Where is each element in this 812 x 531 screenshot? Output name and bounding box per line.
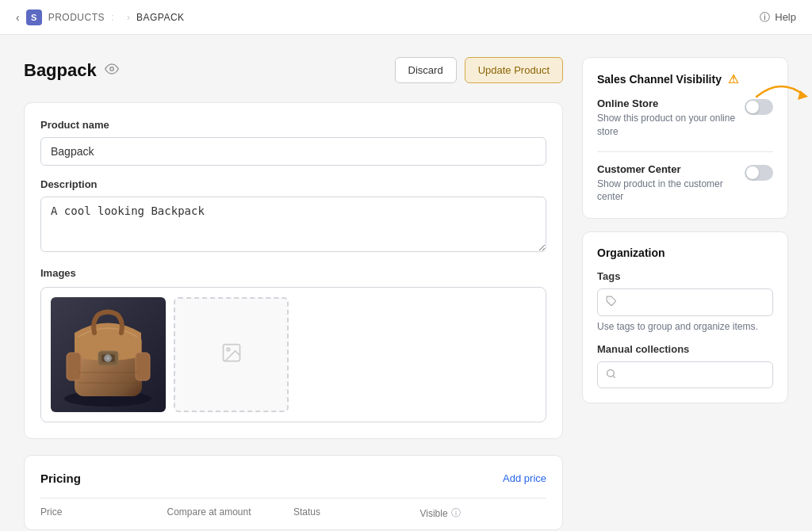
pricing-card: Pricing Add price Price Compare at amoun… — [24, 455, 563, 530]
shopify-icon: S — [26, 10, 42, 25]
images-section: Images — [40, 267, 546, 422]
discard-button[interactable]: Discard — [395, 57, 457, 83]
organization-title: Organization — [597, 246, 773, 259]
product-image-thumbnail[interactable] — [51, 297, 166, 412]
visible-label: Visible — [420, 508, 448, 519]
product-name-field: Product name — [40, 119, 546, 166]
svg-line-17 — [613, 376, 615, 377]
collections-label: Manual collections — [597, 343, 773, 355]
breadcrumb-edit: BAGPACK — [136, 12, 185, 23]
sales-channel-card: Sales Channel Visibility ⚠ Online Store … — [582, 57, 788, 219]
main-layout: Bagpack Discard Update Product Product n… — [0, 35, 812, 531]
customer-center-desc: Show product in the customer center — [597, 178, 738, 204]
col-price: Price — [40, 506, 167, 520]
organization-card: Organization Tags Use tags to group and … — [582, 231, 788, 403]
svg-point-13 — [227, 348, 230, 351]
page-title-area: Bagpack — [24, 60, 119, 81]
tags-help-text: Use tags to group and organize items. — [597, 321, 773, 332]
add-image-button[interactable] — [174, 297, 289, 412]
product-details-card: Product name Description A cool looking … — [24, 102, 563, 439]
images-label: Images — [40, 267, 546, 279]
help-circle-icon: ⓘ — [760, 10, 770, 25]
online-store-name: Online Store — [597, 97, 738, 109]
visible-info-icon[interactable]: ⓘ — [451, 506, 461, 520]
online-store-row: Online Store Show this product on your o… — [597, 97, 773, 139]
channel-divider — [597, 151, 773, 152]
sales-channel-title: Sales Channel Visibility ⚠ — [597, 72, 773, 86]
topbar: ‹ S PRODUCTS : › BAGPACK ⓘ Help — [0, 0, 812, 35]
tag-icon — [606, 296, 617, 309]
pricing-title: Pricing — [40, 472, 81, 485]
customer-center-row: Customer Center Show product in the cust… — [597, 163, 773, 204]
left-column: Bagpack Discard Update Product Product n… — [24, 57, 563, 530]
col-compare: Compare at amount — [167, 506, 294, 520]
sep1: : — [111, 11, 114, 23]
images-container — [40, 287, 546, 422]
right-column: Sales Channel Visibility ⚠ Online Store … — [582, 57, 788, 403]
back-arrow[interactable]: ‹ — [16, 11, 20, 24]
tags-field: Tags Use tags to group and organize item… — [597, 270, 773, 332]
online-store-channel: Online Store Show this product on your o… — [597, 97, 773, 139]
customer-center-channel: Customer Center Show product in the cust… — [597, 163, 773, 204]
col-status: Status — [293, 506, 420, 520]
tags-label: Tags — [597, 270, 773, 282]
breadcrumb-products[interactable]: PRODUCTS — [48, 12, 105, 23]
sales-channel-label: Sales Channel Visibility — [597, 73, 722, 86]
pricing-table-header: Price Compare at amount Status Visible ⓘ — [40, 498, 546, 520]
preview-icon[interactable] — [105, 62, 119, 79]
update-product-button[interactable]: Update Product — [465, 57, 563, 83]
help-link[interactable]: ⓘ Help — [760, 10, 796, 25]
search-icon — [606, 369, 616, 381]
add-price-link[interactable]: Add price — [503, 472, 546, 484]
help-label: Help — [775, 11, 796, 23]
right-column-wrapper: Sales Channel Visibility ⚠ Online Store … — [582, 57, 788, 530]
pricing-header: Pricing Add price — [40, 472, 546, 485]
warning-icon: ⚠ — [728, 72, 738, 86]
description-input[interactable]: A cool looking Backpack — [40, 197, 546, 252]
image-placeholder-icon — [220, 342, 243, 369]
breadcrumb-area: ‹ S PRODUCTS : › BAGPACK — [16, 10, 185, 25]
customer-center-name: Customer Center — [597, 163, 738, 175]
svg-point-7 — [106, 357, 109, 360]
description-label: Description — [40, 178, 546, 190]
description-field: Description A cool looking Backpack — [40, 178, 546, 254]
page-header: Bagpack Discard Update Product — [24, 57, 563, 83]
svg-rect-9 — [136, 353, 150, 380]
col-visible: Visible ⓘ — [420, 506, 547, 520]
product-name-input[interactable] — [40, 137, 546, 166]
online-store-desc: Show this product on your online store — [597, 112, 738, 139]
customer-center-toggle[interactable] — [745, 165, 773, 181]
svg-rect-8 — [67, 353, 81, 380]
sep2: › — [127, 11, 130, 23]
svg-point-0 — [109, 67, 113, 71]
online-store-text: Online Store Show this product on your o… — [597, 97, 738, 139]
customer-center-text: Customer Center Show product in the cust… — [597, 163, 738, 204]
collections-field: Manual collections — [597, 343, 773, 388]
svg-marker-14 — [798, 90, 808, 100]
header-actions: Discard Update Product — [395, 57, 563, 83]
collections-input[interactable] — [597, 361, 773, 388]
online-store-toggle[interactable] — [745, 99, 773, 115]
product-name-label: Product name — [40, 119, 546, 131]
page-title: Bagpack — [24, 60, 97, 81]
tags-input[interactable] — [597, 288, 773, 316]
